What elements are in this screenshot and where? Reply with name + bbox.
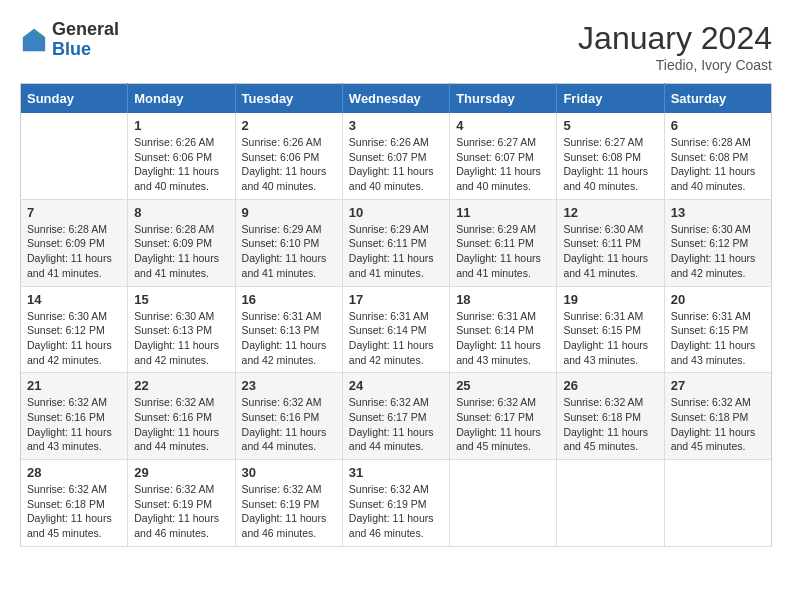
day-cell: 25Sunrise: 6:32 AMSunset: 6:17 PMDayligh… — [450, 373, 557, 460]
day-cell: 22Sunrise: 6:32 AMSunset: 6:16 PMDayligh… — [128, 373, 235, 460]
day-number: 30 — [242, 465, 336, 480]
day-number: 10 — [349, 205, 443, 220]
header-day-tuesday: Tuesday — [235, 84, 342, 114]
day-number: 1 — [134, 118, 228, 133]
day-cell: 14Sunrise: 6:30 AMSunset: 6:12 PMDayligh… — [21, 286, 128, 373]
day-number: 28 — [27, 465, 121, 480]
day-info: Sunrise: 6:27 AMSunset: 6:08 PMDaylight:… — [563, 135, 657, 194]
day-cell: 23Sunrise: 6:32 AMSunset: 6:16 PMDayligh… — [235, 373, 342, 460]
day-cell: 8Sunrise: 6:28 AMSunset: 6:09 PMDaylight… — [128, 199, 235, 286]
day-number: 21 — [27, 378, 121, 393]
day-number: 18 — [456, 292, 550, 307]
day-cell: 10Sunrise: 6:29 AMSunset: 6:11 PMDayligh… — [342, 199, 449, 286]
day-cell: 18Sunrise: 6:31 AMSunset: 6:14 PMDayligh… — [450, 286, 557, 373]
day-info: Sunrise: 6:32 AMSunset: 6:16 PMDaylight:… — [242, 395, 336, 454]
day-cell: 19Sunrise: 6:31 AMSunset: 6:15 PMDayligh… — [557, 286, 664, 373]
day-info: Sunrise: 6:29 AMSunset: 6:11 PMDaylight:… — [349, 222, 443, 281]
day-cell — [450, 460, 557, 547]
day-cell: 29Sunrise: 6:32 AMSunset: 6:19 PMDayligh… — [128, 460, 235, 547]
day-cell — [21, 113, 128, 199]
day-cell: 21Sunrise: 6:32 AMSunset: 6:16 PMDayligh… — [21, 373, 128, 460]
day-info: Sunrise: 6:30 AMSunset: 6:12 PMDaylight:… — [27, 309, 121, 368]
day-cell: 5Sunrise: 6:27 AMSunset: 6:08 PMDaylight… — [557, 113, 664, 199]
header-day-thursday: Thursday — [450, 84, 557, 114]
day-info: Sunrise: 6:32 AMSunset: 6:19 PMDaylight:… — [349, 482, 443, 541]
day-info: Sunrise: 6:30 AMSunset: 6:12 PMDaylight:… — [671, 222, 765, 281]
header-day-friday: Friday — [557, 84, 664, 114]
day-number: 31 — [349, 465, 443, 480]
day-cell: 24Sunrise: 6:32 AMSunset: 6:17 PMDayligh… — [342, 373, 449, 460]
day-cell: 3Sunrise: 6:26 AMSunset: 6:07 PMDaylight… — [342, 113, 449, 199]
day-info: Sunrise: 6:32 AMSunset: 6:18 PMDaylight:… — [563, 395, 657, 454]
day-number: 6 — [671, 118, 765, 133]
day-info: Sunrise: 6:28 AMSunset: 6:09 PMDaylight:… — [134, 222, 228, 281]
header-day-saturday: Saturday — [664, 84, 771, 114]
week-row-1: 1Sunrise: 6:26 AMSunset: 6:06 PMDaylight… — [21, 113, 772, 199]
day-number: 15 — [134, 292, 228, 307]
logo-blue: Blue — [52, 40, 119, 60]
day-cell: 6Sunrise: 6:28 AMSunset: 6:08 PMDaylight… — [664, 113, 771, 199]
day-cell: 30Sunrise: 6:32 AMSunset: 6:19 PMDayligh… — [235, 460, 342, 547]
week-row-5: 28Sunrise: 6:32 AMSunset: 6:18 PMDayligh… — [21, 460, 772, 547]
day-number: 9 — [242, 205, 336, 220]
week-row-2: 7Sunrise: 6:28 AMSunset: 6:09 PMDaylight… — [21, 199, 772, 286]
day-info: Sunrise: 6:30 AMSunset: 6:13 PMDaylight:… — [134, 309, 228, 368]
day-number: 22 — [134, 378, 228, 393]
day-number: 4 — [456, 118, 550, 133]
day-cell — [664, 460, 771, 547]
day-number: 8 — [134, 205, 228, 220]
header-day-sunday: Sunday — [21, 84, 128, 114]
day-cell: 31Sunrise: 6:32 AMSunset: 6:19 PMDayligh… — [342, 460, 449, 547]
day-number: 29 — [134, 465, 228, 480]
day-cell: 20Sunrise: 6:31 AMSunset: 6:15 PMDayligh… — [664, 286, 771, 373]
day-number: 23 — [242, 378, 336, 393]
day-cell: 15Sunrise: 6:30 AMSunset: 6:13 PMDayligh… — [128, 286, 235, 373]
day-cell: 26Sunrise: 6:32 AMSunset: 6:18 PMDayligh… — [557, 373, 664, 460]
header-day-monday: Monday — [128, 84, 235, 114]
title-section: January 2024 Tiedio, Ivory Coast — [578, 20, 772, 73]
day-info: Sunrise: 6:32 AMSunset: 6:19 PMDaylight:… — [242, 482, 336, 541]
day-info: Sunrise: 6:31 AMSunset: 6:13 PMDaylight:… — [242, 309, 336, 368]
month-year-title: January 2024 — [578, 20, 772, 57]
day-cell: 4Sunrise: 6:27 AMSunset: 6:07 PMDaylight… — [450, 113, 557, 199]
day-cell: 27Sunrise: 6:32 AMSunset: 6:18 PMDayligh… — [664, 373, 771, 460]
day-number: 24 — [349, 378, 443, 393]
day-cell: 16Sunrise: 6:31 AMSunset: 6:13 PMDayligh… — [235, 286, 342, 373]
day-info: Sunrise: 6:32 AMSunset: 6:16 PMDaylight:… — [134, 395, 228, 454]
day-number: 20 — [671, 292, 765, 307]
day-number: 12 — [563, 205, 657, 220]
svg-marker-0 — [23, 29, 45, 51]
logo: General Blue — [20, 20, 119, 60]
day-cell: 11Sunrise: 6:29 AMSunset: 6:11 PMDayligh… — [450, 199, 557, 286]
day-info: Sunrise: 6:31 AMSunset: 6:14 PMDaylight:… — [456, 309, 550, 368]
day-cell: 12Sunrise: 6:30 AMSunset: 6:11 PMDayligh… — [557, 199, 664, 286]
page-header: General Blue January 2024 Tiedio, Ivory … — [20, 20, 772, 73]
day-cell: 7Sunrise: 6:28 AMSunset: 6:09 PMDaylight… — [21, 199, 128, 286]
logo-text: General Blue — [52, 20, 119, 60]
day-number: 5 — [563, 118, 657, 133]
day-number: 14 — [27, 292, 121, 307]
day-info: Sunrise: 6:30 AMSunset: 6:11 PMDaylight:… — [563, 222, 657, 281]
day-info: Sunrise: 6:31 AMSunset: 6:14 PMDaylight:… — [349, 309, 443, 368]
day-cell: 28Sunrise: 6:32 AMSunset: 6:18 PMDayligh… — [21, 460, 128, 547]
day-number: 26 — [563, 378, 657, 393]
day-info: Sunrise: 6:32 AMSunset: 6:17 PMDaylight:… — [349, 395, 443, 454]
day-info: Sunrise: 6:32 AMSunset: 6:18 PMDaylight:… — [671, 395, 765, 454]
day-cell: 9Sunrise: 6:29 AMSunset: 6:10 PMDaylight… — [235, 199, 342, 286]
day-number: 11 — [456, 205, 550, 220]
day-info: Sunrise: 6:32 AMSunset: 6:19 PMDaylight:… — [134, 482, 228, 541]
day-info: Sunrise: 6:29 AMSunset: 6:11 PMDaylight:… — [456, 222, 550, 281]
logo-general: General — [52, 20, 119, 40]
day-info: Sunrise: 6:31 AMSunset: 6:15 PMDaylight:… — [671, 309, 765, 368]
day-number: 25 — [456, 378, 550, 393]
calendar-table: SundayMondayTuesdayWednesdayThursdayFrid… — [20, 83, 772, 547]
logo-icon — [20, 26, 48, 54]
day-cell — [557, 460, 664, 547]
day-info: Sunrise: 6:26 AMSunset: 6:06 PMDaylight:… — [134, 135, 228, 194]
day-info: Sunrise: 6:28 AMSunset: 6:08 PMDaylight:… — [671, 135, 765, 194]
week-row-4: 21Sunrise: 6:32 AMSunset: 6:16 PMDayligh… — [21, 373, 772, 460]
day-info: Sunrise: 6:26 AMSunset: 6:06 PMDaylight:… — [242, 135, 336, 194]
day-number: 7 — [27, 205, 121, 220]
day-number: 2 — [242, 118, 336, 133]
day-info: Sunrise: 6:32 AMSunset: 6:18 PMDaylight:… — [27, 482, 121, 541]
